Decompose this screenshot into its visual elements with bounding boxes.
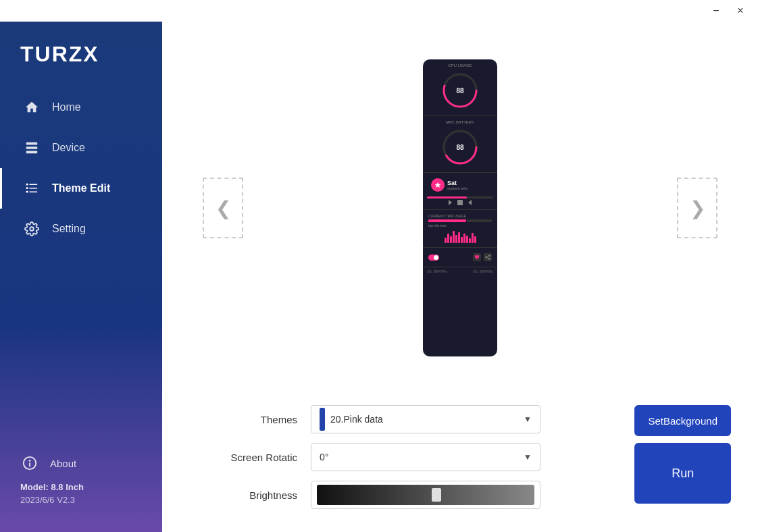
controls-left: Themes 20.Pink data ▼	[189, 405, 621, 518]
mpc-label: MPC BATTERY	[428, 120, 492, 124]
nav-items: Home Device	[0, 87, 162, 440]
music-controls	[427, 198, 493, 207]
brightness-track	[317, 485, 534, 505]
screen-rotation-row: Screen Rotatic 0° ▼	[189, 443, 621, 471]
phone-section-icons	[423, 248, 497, 267]
about-icon	[20, 454, 39, 473]
right-arrow-icon: ❯	[690, 197, 705, 219]
sidebar-item-theme-edit[interactable]: Theme Edit	[0, 168, 162, 209]
phone-section-trip: CURRENT TRIP USAGE trip info text	[423, 210, 497, 248]
svg-rect-3	[26, 184, 28, 186]
close-button[interactable]: ×	[728, 0, 753, 22]
screen-rotation-dropdown[interactable]: 0° ▼	[311, 443, 540, 471]
calendar-section: Sat system info	[427, 176, 493, 194]
svg-rect-1	[26, 147, 38, 149]
sidebar-item-label-theme-edit: Theme Edit	[52, 182, 110, 194]
minimize-button[interactable]: −	[704, 0, 728, 22]
trip-info: trip info text	[428, 223, 492, 228]
svg-point-9	[30, 227, 34, 231]
dropdown-indicator	[320, 408, 325, 431]
svg-rect-6	[29, 188, 37, 188]
phone-section-cpu: CPU USAGE 88	[423, 59, 497, 116]
svg-rect-4	[29, 184, 37, 185]
icon-share	[484, 253, 492, 261]
sidebar-item-home[interactable]: Home	[0, 87, 162, 128]
sidebar-item-label-device: Device	[52, 142, 85, 154]
device-icon	[22, 138, 41, 157]
cpu-label: CPU USAGE	[428, 63, 492, 68]
brightness-row: Brightness	[189, 481, 621, 509]
brightness-input	[311, 481, 540, 509]
sidebar-item-about[interactable]: About	[20, 454, 142, 473]
controls-wrapper: Themes 20.Pink data ▼	[189, 405, 731, 518]
cal-info: Sat system info	[447, 180, 489, 190]
dial-svg-1: 88	[442, 72, 478, 109]
sidebar-item-device[interactable]: Device	[0, 128, 162, 168]
svg-line-22	[486, 256, 490, 257]
version-text: 2023/6/6 V2.3	[20, 495, 142, 505]
phone-section-mpc: MPC BATTERY 88	[423, 116, 497, 173]
svg-rect-2	[26, 151, 38, 154]
brightness-thumb[interactable]	[432, 488, 441, 502]
themes-input: 20.Pink data ▼	[311, 405, 540, 433]
set-background-button[interactable]: SetBackground	[634, 405, 731, 436]
dial-svg-2: 88	[442, 129, 478, 165]
controls-area: Themes 20.Pink data ▼	[162, 394, 758, 532]
themes-dropdown[interactable]: 20.Pink data ▼	[311, 405, 540, 433]
themes-row: Themes 20.Pink data ▼	[189, 405, 621, 433]
screen-rotation-value: 0°	[320, 452, 328, 462]
svg-rect-0	[26, 142, 38, 145]
dial-container-1: 88	[428, 70, 492, 111]
title-bar: − ×	[0, 0, 758, 22]
sidebar-bottom: About Model: 8.8 Inch 2023/6/6 V2.3	[0, 440, 162, 518]
rotation-chevron-down-icon: ▼	[524, 452, 532, 462]
brightness-slider-container	[311, 481, 540, 509]
phone-footer: UE. BRKRPo UE. BRRKRo	[423, 267, 497, 275]
prev-arrow[interactable]: ❮	[203, 178, 243, 238]
action-buttons: SetBackground Run	[634, 405, 731, 504]
theme-edit-icon	[22, 179, 41, 198]
phone-section-calendar: Sat system info	[423, 173, 497, 210]
toggle-1	[428, 255, 439, 261]
svg-rect-12	[29, 462, 30, 467]
themes-dropdown-content: 20.Pink data	[320, 408, 524, 431]
icon-group	[473, 253, 492, 261]
run-button[interactable]: Run	[634, 443, 731, 504]
svg-rect-5	[26, 187, 28, 189]
sidebar: TURZX Home	[0, 22, 162, 532]
cal-day: Sat	[447, 180, 489, 186]
cal-sub: system info	[447, 186, 489, 190]
phone-preview: CPU USAGE 88 MPC BATTERY	[423, 59, 497, 356]
next-arrow[interactable]: ❯	[677, 178, 717, 238]
footer-text-right: UE. BRRKRo	[473, 269, 493, 273]
dial-container-2: 88	[428, 126, 492, 168]
svg-line-23	[486, 257, 490, 259]
left-arrow-icon: ❮	[216, 197, 231, 219]
setting-icon	[22, 219, 41, 238]
svg-rect-7	[26, 191, 28, 193]
trip-progress	[428, 219, 492, 222]
svg-point-11	[29, 460, 31, 462]
home-icon	[22, 98, 41, 117]
themes-label: Themes	[189, 414, 297, 425]
icon-heart	[473, 253, 481, 261]
brightness-label: Brightness	[189, 489, 297, 501]
footer-text-left: UE. BRKRPo	[427, 269, 447, 273]
main-layout: TURZX Home	[0, 22, 758, 532]
sidebar-item-label-setting: Setting	[52, 223, 86, 235]
svg-text:88: 88	[456, 144, 464, 151]
sidebar-item-label-home: Home	[52, 101, 81, 113]
trip-label: CURRENT TRIP USAGE	[428, 214, 492, 218]
svg-rect-8	[29, 192, 37, 192]
about-label: About	[50, 458, 76, 469]
screen-rotation-label: Screen Rotatic	[189, 452, 297, 463]
chevron-down-icon: ▼	[524, 415, 532, 424]
themes-value: 20.Pink data	[330, 414, 383, 425]
screen-rotation-input: 0° ▼	[311, 443, 540, 471]
svg-text:88: 88	[456, 87, 464, 95]
model-text: Model: 8.8 Inch	[20, 482, 142, 492]
sidebar-item-setting[interactable]: Setting	[0, 209, 162, 249]
content-area: ❮ CPU USAGE 88	[162, 22, 758, 532]
calendar-icon	[431, 178, 445, 192]
music-bars	[428, 230, 492, 243]
